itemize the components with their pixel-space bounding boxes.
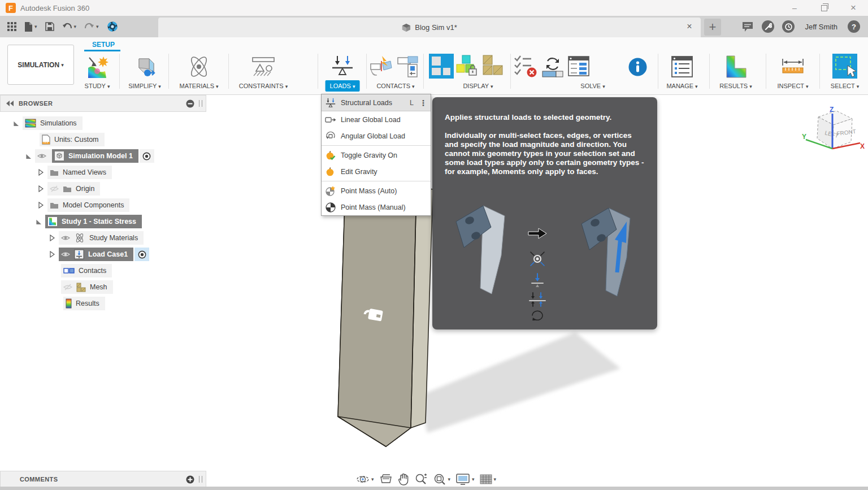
menu-item-structural-loads[interactable]: Structural Loads L: [322, 94, 431, 111]
solve-button[interactable]: [540, 54, 565, 79]
display-dof-button[interactable]: [428, 53, 454, 79]
manage-contacts-button[interactable]: [397, 55, 419, 79]
simplify-button[interactable]: [132, 54, 157, 79]
pan-hand-icon: [398, 473, 409, 485]
bearing-load-icon: [531, 252, 544, 266]
model-shadow: [419, 332, 620, 433]
undo-button[interactable]: [59, 20, 80, 33]
solve-details-button[interactable]: [567, 54, 591, 79]
grid-menu-icon: [7, 22, 16, 31]
document-tab-title: Blog Sim v1*: [415, 23, 457, 32]
menu-separator: [322, 145, 431, 146]
structural-loads-icon: [325, 97, 336, 109]
load-type-icons: [530, 252, 545, 320]
new-tab-button[interactable]: [704, 19, 721, 36]
look-at-button[interactable]: [379, 474, 393, 485]
moment-load-icon: [532, 311, 542, 320]
results-button[interactable]: [723, 54, 748, 79]
ribbon-group-study[interactable]: STUDY: [85, 83, 110, 89]
history-clock-icon[interactable]: [782, 20, 795, 33]
menu-item-linear-global-load[interactable]: Linear Global Load: [322, 111, 431, 128]
workspace-switcher[interactable]: SIMULATION: [7, 45, 74, 85]
contacts-auto-button[interactable]: [369, 55, 394, 79]
ribbon-group-materials[interactable]: MATERIALS: [179, 83, 218, 89]
menu-item-point-mass-manual[interactable]: Point Mass (Manual): [322, 199, 431, 215]
more-options-icon[interactable]: [419, 98, 427, 107]
view-cube[interactable]: LEFT FRONT Z Y X: [801, 103, 865, 167]
show-notifications-button[interactable]: [741, 21, 754, 32]
inspect-button[interactable]: [780, 54, 805, 79]
display-mesh-button[interactable]: [480, 54, 504, 79]
display-locked-button[interactable]: [455, 54, 479, 79]
menu-separator: [322, 181, 431, 181]
redo-button[interactable]: [81, 20, 102, 33]
setup-tab-underline: [84, 50, 120, 51]
constraints-button[interactable]: [250, 54, 276, 79]
menu-item-label: Linear Global Load: [341, 116, 427, 124]
menu-item-label: Angular Global Load: [341, 132, 427, 140]
viewcube-y-axis: Y: [802, 133, 806, 141]
app-title: Autodesk Fusion 360: [20, 4, 89, 12]
help-icon[interactable]: [848, 20, 860, 33]
menu-item-angular-global-load[interactable]: Angular Global Load: [322, 128, 431, 144]
edit-gravity-icon: [325, 166, 336, 177]
menu-item-point-mass-auto[interactable]: Point Mass (Auto): [322, 183, 431, 199]
minimize-button[interactable]: [780, 0, 809, 16]
navigation-toolbar: [356, 472, 496, 487]
materials-button[interactable]: [186, 54, 212, 79]
loads-button[interactable]: [330, 54, 355, 79]
save-button[interactable]: [42, 20, 57, 33]
info-icon: [628, 58, 647, 76]
document-tab[interactable]: Blog Sim v1*: [158, 18, 701, 37]
job-status-button[interactable]: [104, 19, 121, 34]
job-status-icon[interactable]: [762, 20, 774, 33]
undo-icon: [62, 23, 72, 31]
menu-item-label: Structural Loads: [341, 99, 405, 107]
pan-button[interactable]: [398, 473, 409, 485]
info-button[interactable]: [628, 58, 647, 76]
manage-button[interactable]: [670, 54, 694, 79]
ribbon-group-results[interactable]: RESULTS: [719, 83, 752, 89]
tooltip-illustration: [449, 199, 641, 320]
grid-snaps-button[interactable]: [480, 473, 497, 485]
sync-progress-icon: [107, 21, 118, 32]
select-button[interactable]: [832, 53, 858, 79]
tooltip-detail: Individually or multi-select faces, edge…: [445, 131, 646, 176]
close-button[interactable]: [839, 0, 868, 16]
file-icon: [24, 22, 33, 32]
ribbon-group-loads[interactable]: LOADS: [326, 80, 360, 92]
file-menu-button[interactable]: [21, 20, 40, 34]
close-tab-icon[interactable]: [684, 21, 695, 33]
angular-global-load-icon: [325, 131, 336, 142]
ribbon-group-constraints[interactable]: CONSTRAINTS: [239, 83, 288, 89]
new-study-button[interactable]: [85, 54, 110, 79]
ribbon-group-display[interactable]: DISPLAY: [463, 83, 493, 89]
ribbon-group-select[interactable]: SELECT: [831, 83, 859, 89]
ribbon-group-solve[interactable]: SOLVE: [580, 83, 605, 89]
wrench-icon: [765, 23, 772, 31]
display-settings-button[interactable]: [455, 473, 475, 485]
look-at-icon: [379, 474, 393, 485]
viewcube-x-axis: X: [860, 142, 865, 150]
layout-grid-icon: [480, 473, 492, 485]
force-load-icon: [532, 274, 543, 287]
viewcube-z-axis: Z: [830, 106, 834, 114]
zoom-button[interactable]: [414, 473, 428, 485]
user-name[interactable]: Jeff Smith: [802, 23, 840, 31]
tab-setup[interactable]: SETUP: [92, 41, 115, 49]
save-icon: [45, 22, 54, 31]
restore-button[interactable]: [809, 0, 839, 16]
ribbon-group-contacts[interactable]: CONTACTS: [376, 83, 414, 89]
app-grid-button[interactable]: [5, 20, 19, 33]
restore-icon: [821, 5, 827, 11]
ribbon-group-simplify[interactable]: SIMPLIFY: [128, 83, 161, 89]
toggle-gravity-icon: [325, 150, 336, 161]
fit-button[interactable]: [433, 473, 451, 485]
menu-item-edit-gravity[interactable]: Edit Gravity: [322, 163, 431, 180]
loads-dropdown-menu: Structural Loads L Linear Global Load An…: [321, 94, 431, 216]
orbit-button[interactable]: [356, 473, 374, 485]
ribbon-group-manage[interactable]: MANAGE: [666, 83, 697, 89]
menu-item-toggle-gravity[interactable]: Toggle Gravity On: [322, 147, 431, 163]
ribbon-group-inspect[interactable]: INSPECT: [777, 83, 808, 89]
precheck-button[interactable]: [513, 54, 538, 79]
